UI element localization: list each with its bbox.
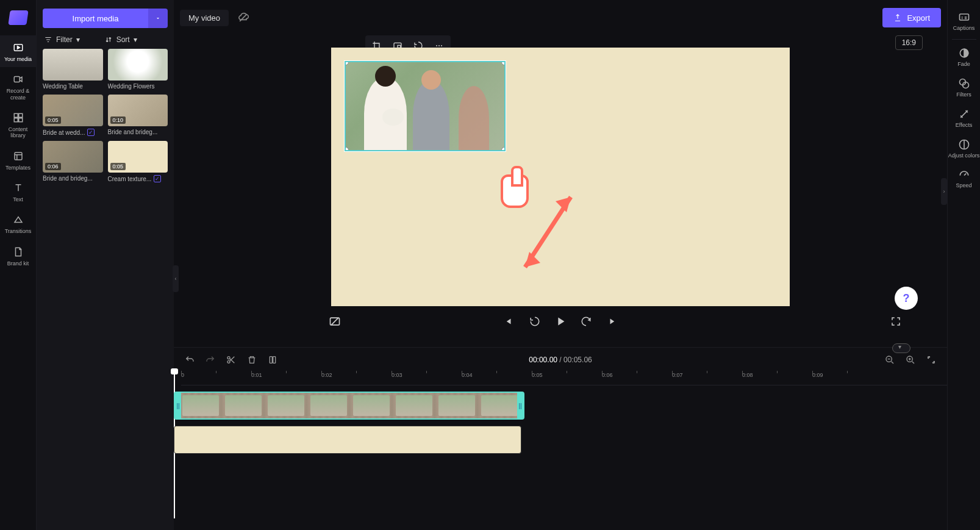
collapse-panel-left[interactable]: ‹ [173, 265, 179, 292]
media-grid: Wedding Table Wedding Flowers 0:05 Bride… [43, 49, 168, 182]
player-controls [192, 306, 929, 337]
svg-marker-15 [525, 252, 540, 267]
svg-point-10 [436, 45, 437, 46]
resize-arrow-hint-icon [513, 188, 580, 279]
media-name: Wedding Table [43, 83, 103, 90]
import-media-button[interactable]: Import media [43, 9, 148, 28]
tick: 0:02 [321, 372, 332, 378]
project-title[interactable]: My video [180, 10, 229, 26]
svg-rect-5 [18, 118, 22, 122]
filter-button[interactable]: Filter ▾ [44, 35, 80, 44]
media-item[interactable]: 0:10 Bride and brideg... [108, 95, 168, 136]
import-media-caret[interactable] [148, 9, 168, 28]
adjust-colors-button[interactable]: Adjust colors [948, 134, 981, 164]
media-item[interactable]: 0:05 Bride at wedd...✓ [43, 95, 103, 136]
tick: 0:04 [462, 372, 473, 378]
timeline-ruler[interactable]: 0 0:01 0:02 0:03 0:04 0:05 0:06 0:07 0:0… [181, 372, 947, 385]
media-item[interactable]: Wedding Flowers [108, 49, 168, 90]
captions-icon [958, 11, 970, 23]
hand-cursor-hint-icon [501, 174, 529, 208]
help-button[interactable]: ? [895, 287, 918, 310]
timeline-tracks[interactable] [174, 385, 947, 530]
undo-icon[interactable] [181, 351, 198, 368]
nav-label: Brand kit [7, 260, 29, 267]
media-icon [12, 41, 24, 54]
nav-text[interactable]: Text [0, 176, 37, 207]
left-nav: Your media Record & create Content libra… [0, 0, 37, 530]
forward-icon[interactable] [578, 313, 595, 330]
svg-rect-24 [959, 14, 968, 20]
aspect-ratio[interactable]: 16:9 [895, 35, 923, 50]
chevron-down-icon: ▾ [134, 35, 137, 44]
rp-label: Effects [956, 123, 972, 129]
filter-icon [44, 35, 52, 44]
text-icon [12, 182, 24, 194]
fullscreen-icon[interactable] [887, 313, 904, 330]
fit-icon[interactable] [923, 351, 940, 368]
split-icon[interactable] [264, 351, 281, 368]
nav-label: Text [13, 196, 23, 202]
safe-zone-icon[interactable] [326, 313, 343, 330]
filters-icon [958, 77, 970, 90]
templates-icon [12, 150, 24, 162]
used-check-icon: ✓ [87, 129, 95, 136]
zoom-out-icon[interactable] [881, 351, 898, 368]
export-button[interactable]: Export [882, 8, 941, 27]
skip-forward-icon[interactable] [604, 313, 621, 330]
tick: 0:09 [812, 372, 823, 378]
filter-label: Filter [56, 35, 73, 44]
media-item[interactable]: Wedding Table [43, 49, 103, 90]
media-item[interactable]: 0:05 Cream texture...✓ [108, 141, 168, 182]
rewind-icon[interactable] [526, 313, 543, 330]
tick: 0:08 [742, 372, 753, 378]
skip-back-icon[interactable] [499, 313, 517, 330]
nav-content-library[interactable]: Content library [0, 106, 37, 144]
selected-clip-overlay[interactable] [345, 61, 506, 151]
tick: 0 [181, 372, 184, 378]
collapse-panel-right[interactable]: › [941, 178, 947, 205]
svg-rect-1 [14, 77, 20, 82]
transitions-icon [12, 213, 24, 226]
filters-button[interactable]: Filters [948, 73, 981, 103]
current-time: 00:00.00 [529, 356, 557, 364]
nav-templates[interactable]: Templates [0, 144, 37, 176]
nav-your-media[interactable]: Your media [0, 35, 37, 67]
nav-brand-kit[interactable]: Brand kit [0, 240, 37, 271]
media-item[interactable]: 0:06 Bride and brideg... [43, 141, 103, 182]
speed-button[interactable]: Speed [948, 163, 981, 194]
redo-icon[interactable] [202, 351, 219, 368]
chevron-down-icon: ▾ [76, 35, 80, 44]
nav-transitions[interactable]: Transitions [0, 207, 37, 239]
sort-label: Sort [116, 35, 130, 44]
fade-button[interactable]: Fade [948, 42, 981, 73]
rp-label: Speed [956, 183, 971, 189]
sort-icon [104, 35, 113, 44]
tick: 0:05 [532, 372, 543, 378]
captions-button[interactable]: Captions [948, 6, 981, 37]
duration-badge: 0:10 [110, 116, 126, 124]
preview-canvas[interactable] [331, 48, 790, 306]
cloud-sync-icon[interactable] [237, 12, 249, 24]
export-label: Export [907, 13, 930, 23]
scissors-icon[interactable] [223, 351, 240, 368]
resize-handle-br[interactable] [501, 147, 506, 151]
media-name: Bride and brideg... [108, 129, 168, 135]
svg-marker-14 [556, 197, 571, 212]
media-name: Bride and brideg... [43, 175, 103, 182]
trash-icon[interactable] [243, 351, 260, 368]
time-display: 00:00.00 / 00:05.06 [529, 356, 592, 364]
canvas-wrap: 16:9 [174, 35, 947, 347]
sort-button[interactable]: Sort ▾ [104, 35, 137, 44]
play-icon[interactable] [553, 314, 568, 329]
right-panel: Captions Fade Filters Effects Adjust col… [947, 0, 980, 530]
nav-record-create[interactable]: Record & create [0, 67, 37, 106]
app-logo[interactable] [0, 0, 37, 35]
effects-button[interactable]: Effects [948, 103, 981, 134]
rp-label: Fade [957, 62, 970, 68]
rp-label: Adjust colors [948, 153, 980, 159]
video-clip[interactable] [174, 392, 524, 420]
background-clip[interactable] [174, 426, 521, 454]
media-name: Cream texture... [108, 176, 152, 182]
zoom-in-icon[interactable] [902, 351, 919, 368]
resize-handle-tr[interactable] [501, 61, 506, 65]
